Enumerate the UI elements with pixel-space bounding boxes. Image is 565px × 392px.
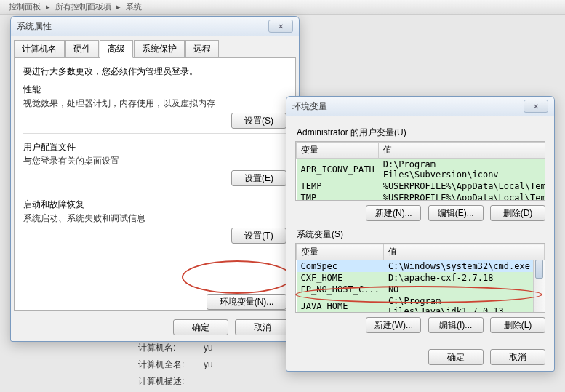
bc-all-items[interactable]: 所有控制面板项: [55, 2, 111, 11]
sysprop-tabs: 计算机名 硬件 高级 系统保护 远程: [11, 36, 299, 57]
breadcrumb: 控制面板 ▸ 所有控制面板项 ▸ 系统: [0, 0, 565, 15]
table-row[interactable]: JAVA_HOMEC:\Program Files\Java\jdk1.7.0.…: [297, 295, 545, 313]
user-vars-label: Administrator 的用户变量(U): [297, 127, 544, 139]
sys-vars-buttons: 新建(W)... 编辑(I)... 删除(L): [295, 317, 545, 333]
delete-sys-var-button[interactable]: 删除(L): [490, 317, 545, 333]
info-description-label: 计算机描述:: [138, 375, 204, 388]
close-icon[interactable]: ✕: [524, 100, 548, 113]
delete-user-var-button[interactable]: 删除(D): [490, 205, 545, 221]
env-titlebar[interactable]: 环境变量 ✕: [286, 97, 554, 116]
table-row[interactable]: FP_NO_HOST_C...NO: [297, 284, 545, 295]
tab-remote[interactable]: 远程: [185, 40, 219, 58]
sys-vars-table[interactable]: 变量值 ComSpecC:\Windows\system32\cmd.exe C…: [296, 244, 545, 313]
bc-control-panel[interactable]: 控制面板: [9, 2, 41, 11]
sysprop-ok-button[interactable]: 确定: [173, 319, 228, 335]
new-sys-var-button[interactable]: 新建(W)...: [366, 317, 421, 333]
startup-label: 启动和故障恢复: [23, 199, 286, 211]
edit-user-var-button[interactable]: 编辑(E)...: [428, 205, 484, 221]
edit-sys-var-button[interactable]: 编辑(I)...: [428, 317, 484, 333]
sysprop-button-row: 确定 取消: [11, 313, 299, 341]
env-cancel-button[interactable]: 取消: [490, 349, 545, 365]
performance-settings-button[interactable]: 设置(S): [231, 113, 286, 129]
sysprop-tab-content: 要进行大多数更改，您必须作为管理员登录。 性能 视觉效果，处理器计划，内存使用，…: [14, 57, 296, 311]
scrollbar-thumb[interactable]: [535, 260, 543, 279]
col-value[interactable]: 值: [384, 244, 545, 260]
bc-system[interactable]: 系统: [126, 2, 142, 11]
sys-vars-table-wrap: 变量值 ComSpecC:\Windows\system32\cmd.exe C…: [295, 243, 545, 313]
startup-settings-button[interactable]: 设置(T): [231, 228, 286, 244]
tab-advanced[interactable]: 高级: [100, 40, 133, 58]
environment-variables-dialog: 环境变量 ✕ Administrator 的用户变量(U) 变量值 APR_IC…: [286, 96, 555, 372]
col-variable[interactable]: 变量: [297, 143, 379, 159]
admin-notice: 要进行大多数更改，您必须作为管理员登录。: [23, 65, 286, 78]
user-vars-table[interactable]: 变量值 APR_ICONV_PATHD:\Program Files\Subve…: [296, 142, 545, 201]
table-row[interactable]: ComSpecC:\Windows\system32\cmd.exe: [297, 260, 545, 273]
table-row[interactable]: TMP%USERPROFILE%\AppData\Local\Temp: [297, 192, 546, 201]
env-ok-button[interactable]: 确定: [428, 349, 484, 365]
tab-system-protection[interactable]: 系统保护: [134, 40, 185, 58]
table-row[interactable]: APR_ICONV_PATHD:\Program Files\Subversio…: [297, 159, 546, 181]
sysprop-title: 系统属性: [17, 20, 52, 33]
table-row-cxf-home[interactable]: CXF_HOMED:\apache-cxf-2.7.18: [297, 272, 545, 284]
col-variable[interactable]: 变量: [297, 244, 384, 260]
info-computer-name-value: yu: [204, 343, 213, 353]
sys-vars-label: 系统变量(S): [297, 228, 544, 241]
info-full-name-label: 计算机全名:: [138, 359, 204, 371]
col-value[interactable]: 值: [379, 143, 545, 159]
system-properties-dialog: 系统属性 ✕ 计算机名 硬件 高级 系统保护 远程 要进行大多数更改，您必须作为…: [10, 16, 300, 342]
performance-label: 性能: [23, 84, 286, 96]
env-title: 环境变量: [292, 100, 327, 113]
close-icon[interactable]: ✕: [268, 20, 293, 33]
tab-computer-name[interactable]: 计算机名: [14, 40, 65, 58]
system-info-rows: 计算机名:yu 计算机全名:yu 计算机描述:: [138, 342, 213, 392]
table-row[interactable]: TEMP%USERPROFILE%\AppData\Local\Temp: [297, 180, 546, 192]
startup-desc: 系统启动、系统失败和调试信息: [23, 212, 286, 225]
user-vars-buttons: 新建(N)... 编辑(E)... 删除(D): [295, 205, 545, 221]
user-profile-label: 用户配置文件: [23, 141, 286, 153]
startup-section: 启动和故障恢复 系统启动、系统失败和调试信息 设置(T): [23, 199, 286, 248]
info-computer-name-label: 计算机名:: [138, 342, 204, 354]
new-user-var-button[interactable]: 新建(N)...: [366, 205, 421, 221]
environment-variables-button[interactable]: 环境变量(N)...: [207, 294, 286, 310]
user-profile-desc: 与您登录有关的桌面设置: [23, 155, 286, 167]
sysprop-cancel-button[interactable]: 取消: [235, 319, 290, 335]
performance-desc: 视觉效果，处理器计划，内存使用，以及虚拟内存: [23, 97, 286, 110]
user-profile-section: 用户配置文件 与您登录有关的桌面设置 设置(E): [23, 141, 286, 191]
user-vars-table-wrap: 变量值 APR_ICONV_PATHD:\Program Files\Subve…: [295, 141, 545, 201]
performance-section: 性能 视觉效果，处理器计划，内存使用，以及虚拟内存 设置(S): [23, 84, 286, 134]
env-button-row: 确定 取消: [286, 343, 554, 371]
info-full-name-value: yu: [204, 359, 213, 369]
sysprop-titlebar[interactable]: 系统属性 ✕: [11, 17, 299, 36]
tab-hardware[interactable]: 硬件: [65, 40, 99, 58]
user-profile-settings-button[interactable]: 设置(E): [231, 170, 286, 186]
sys-vars-scrollbar[interactable]: [533, 260, 545, 312]
